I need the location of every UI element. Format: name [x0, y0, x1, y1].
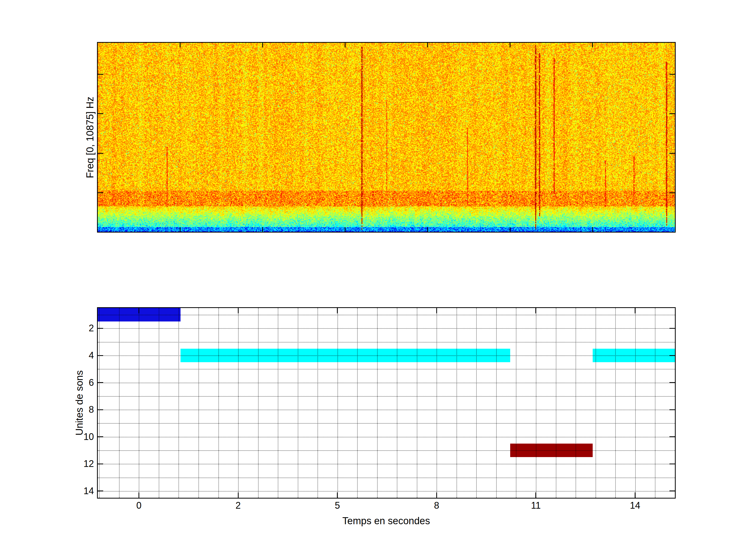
grid-vline: [99, 308, 100, 498]
grid-hline: [98, 464, 675, 464]
grid-vline: [258, 308, 259, 498]
spec-x-tick-mark: [427, 227, 428, 232]
y-tick-mark: [98, 328, 103, 329]
y-tick-label: 12: [47, 457, 94, 470]
grid-vline: [635, 308, 636, 498]
spec-y-tick-mark: [98, 113, 103, 114]
grid-vline: [417, 308, 417, 498]
x-tick-label: 2: [220, 500, 256, 511]
spec-x-tick-mark: [262, 43, 263, 48]
grid-hline: [98, 396, 675, 397]
spec-x-tick-mark: [345, 43, 345, 48]
spec-x-tick-mark: [180, 227, 181, 232]
grid-vline: [536, 308, 536, 498]
matlab-figure: Freq [0, 10875] Hz Unites de sons Temps …: [0, 0, 747, 560]
y-tick-mark: [669, 355, 675, 356]
grid-hline: [98, 423, 675, 424]
spectrogram-plot: [97, 42, 676, 233]
y-tick-mark: [98, 382, 103, 383]
y-tick-label: 6: [47, 376, 94, 389]
x-tick-label: 5: [319, 500, 356, 511]
grid-vline: [278, 308, 278, 498]
spec-y-tick-mark: [669, 192, 675, 193]
grid-hline: [98, 410, 675, 410]
spec-y-tick-mark: [98, 74, 103, 75]
spec-x-tick-mark: [592, 43, 593, 48]
grid-vline: [437, 308, 437, 498]
y-tick-mark: [98, 436, 103, 437]
grid-vline: [476, 308, 477, 498]
y-tick-mark: [98, 409, 103, 410]
y-tick-mark: [669, 463, 675, 464]
x-tick-mark: [635, 308, 636, 314]
grid-hline: [98, 450, 675, 451]
spectrogram-ylabel: Freq [0, 10875] Hz: [84, 97, 96, 178]
grid-vline: [298, 308, 298, 498]
grid-vline: [357, 308, 358, 498]
grid-vline: [655, 308, 655, 498]
grid-vline: [218, 308, 219, 498]
spec-x-tick-mark: [592, 227, 593, 232]
y-tick-mark: [669, 436, 675, 437]
spec-x-tick-mark: [262, 227, 263, 232]
y-tick-mark: [669, 328, 675, 329]
grid-hline: [98, 491, 675, 491]
grid-vline: [139, 308, 139, 498]
spec-x-tick-mark: [510, 43, 511, 48]
x-tick-label: 0: [121, 500, 157, 511]
grid-vline: [556, 308, 556, 498]
grid-vline: [575, 308, 576, 498]
x-tick-mark: [337, 492, 338, 498]
spec-y-tick-mark: [669, 153, 675, 154]
grid-vline: [119, 308, 120, 498]
grid-hline: [98, 355, 675, 356]
grid-hline: [98, 383, 675, 383]
spec-x-tick-mark: [345, 227, 345, 232]
grid-vline: [317, 308, 318, 498]
x-tick-label: 8: [418, 500, 455, 511]
grid-vline: [516, 308, 516, 498]
grid-vline: [199, 308, 199, 498]
grid-hline: [98, 437, 675, 437]
x-tick-mark: [138, 308, 139, 314]
y-tick-label: 8: [47, 403, 94, 416]
grid-hline: [98, 342, 675, 343]
grid-vline: [615, 308, 616, 498]
spectrogram-heatmap: [98, 43, 675, 232]
time-xlabel: Temps en secondes: [308, 515, 464, 527]
units-timeline-plot: [97, 307, 676, 499]
y-tick-mark: [669, 490, 675, 491]
spec-x-tick-mark: [180, 43, 181, 48]
grid-vline: [595, 308, 596, 498]
spec-y-tick-mark: [98, 153, 103, 154]
spec-y-tick-mark: [98, 192, 103, 193]
x-tick-label: 14: [617, 500, 653, 511]
spec-x-tick-mark: [427, 43, 428, 48]
x-tick-mark: [436, 308, 437, 314]
x-tick-mark: [535, 308, 536, 314]
grid-hline: [98, 328, 675, 329]
y-tick-label: 10: [47, 430, 94, 443]
grid-vline: [397, 308, 397, 498]
x-tick-mark: [238, 308, 239, 314]
x-tick-mark: [635, 492, 636, 498]
grid-hline: [98, 315, 675, 315]
grid-vline: [238, 308, 239, 498]
x-tick-mark: [337, 308, 338, 314]
y-tick-label: 14: [47, 484, 94, 498]
y-tick-label: 2: [47, 322, 94, 335]
grid-hline: [98, 369, 675, 369]
grid-vline: [377, 308, 378, 498]
grid-vline: [159, 308, 159, 498]
y-tick-mark: [669, 409, 675, 410]
x-tick-mark: [535, 492, 536, 498]
grid-vline: [496, 308, 497, 498]
x-tick-label: 11: [518, 500, 554, 511]
grid-hline: [98, 478, 675, 478]
spec-x-tick-mark: [510, 227, 511, 232]
grid-vline: [178, 308, 179, 498]
y-tick-mark: [98, 355, 103, 356]
y-tick-mark: [98, 463, 103, 464]
x-tick-mark: [238, 492, 239, 498]
y-tick-mark: [98, 490, 103, 491]
